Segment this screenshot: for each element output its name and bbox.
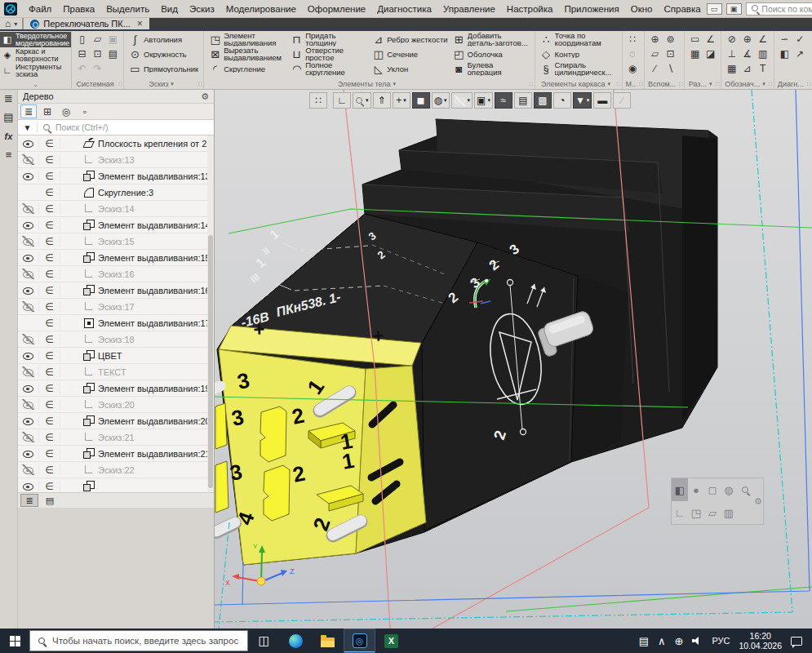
chevron-down-icon[interactable]: ▾ bbox=[393, 81, 396, 87]
eye-icon[interactable] bbox=[22, 481, 34, 491]
start-button[interactable] bbox=[0, 629, 29, 653]
ribbon-item[interactable]: ◠Полное скругление bbox=[288, 61, 370, 76]
undo-button[interactable]: ↶ bbox=[74, 61, 90, 76]
menu-item-12[interactable]: Справка bbox=[658, 4, 706, 14]
new-doc-button[interactable]: ▯ bbox=[74, 32, 90, 47]
menu-item-8[interactable]: Управление bbox=[437, 4, 501, 14]
diag-arrow-button[interactable]: ↗ bbox=[792, 47, 808, 61]
group-grip-icon[interactable]: ∷ bbox=[639, 81, 643, 88]
strip-tree-icon[interactable]: ≣ bbox=[4, 94, 13, 104]
chevron-down-icon[interactable]: ▾ bbox=[171, 81, 174, 87]
group-grip-icon[interactable]: ∷ bbox=[616, 81, 620, 88]
save-all-button[interactable]: ▤ bbox=[105, 47, 121, 61]
ribbon-item[interactable]: ◙Булева операция bbox=[450, 61, 532, 76]
chevron-down-icon[interactable]: ▾ bbox=[608, 81, 611, 87]
tree-row[interactable]: ∈Элемент выдавливания:19 bbox=[18, 380, 214, 397]
triad-button[interactable]: +▾ bbox=[393, 92, 410, 109]
eye-cell[interactable] bbox=[18, 366, 39, 377]
eye-cell[interactable] bbox=[18, 464, 39, 475]
menu-item-4[interactable]: Эскиз bbox=[184, 4, 220, 14]
eye-icon[interactable] bbox=[22, 285, 34, 295]
eye-off-button[interactable]: ▾ bbox=[451, 92, 473, 109]
redo-button[interactable]: ↷ bbox=[90, 61, 105, 76]
group-grip-icon[interactable]: ∷ bbox=[769, 81, 773, 88]
menu-item-5[interactable]: Моделирование bbox=[220, 4, 302, 14]
aux-slash-button[interactable]: ∖ bbox=[663, 61, 678, 76]
modes-collapse-icon[interactable]: ⌄ bbox=[0, 81, 71, 89]
print-button[interactable]: ⊟ bbox=[74, 47, 90, 61]
tree-row[interactable]: ∈Скругление:3 bbox=[18, 184, 214, 201]
ribbon-item[interactable]: ∫Автолиния bbox=[126, 32, 201, 47]
tree-row[interactable]: ∈Эскиз:21 bbox=[18, 429, 214, 446]
ribbon-item[interactable]: ∴Точка по координатам bbox=[538, 32, 619, 47]
array-point-button[interactable]: ◉ bbox=[625, 61, 641, 76]
ribbon-item[interactable]: ⊠Вырезать выдавливанием bbox=[206, 47, 288, 61]
ribbon-item[interactable]: ◺Уклон bbox=[370, 61, 450, 76]
tree-row[interactable]: ∈Элемент выдавливания:15 bbox=[18, 250, 214, 266]
tree-row[interactable]: ∈Элемент выдавливания:14 bbox=[18, 217, 214, 233]
nav-wcube-button[interactable]: ◻ bbox=[704, 478, 721, 501]
nav-cube-button[interactable]: ◧ bbox=[672, 478, 688, 501]
diag-check-button[interactable]: ✓ bbox=[792, 32, 808, 47]
eye-icon[interactable] bbox=[22, 220, 34, 230]
nav-measure-button[interactable]: ▥ bbox=[721, 501, 737, 524]
tree-scrollbar[interactable] bbox=[207, 135, 214, 492]
kompas-taskbar-button[interactable]: ◎ bbox=[344, 629, 375, 653]
menu-item-9[interactable]: Настройка bbox=[501, 4, 559, 14]
construction-line-cyan-left[interactable] bbox=[219, 522, 229, 629]
eye-hidden-icon[interactable] bbox=[22, 269, 34, 279]
tree-relations-button[interactable]: ⊞ bbox=[39, 104, 55, 118]
viewport-3d[interactable]: ∷∟▾⇑+▾◼◍▾▾▣▾≈▤▩◔▼▾▬∕ bbox=[215, 90, 812, 629]
tree-row[interactable]: ∈Эскиз:15 bbox=[18, 233, 214, 250]
eye-cell[interactable] bbox=[18, 448, 39, 459]
aux-line-button[interactable]: ∕ bbox=[647, 61, 663, 76]
tree-row[interactable]: ∈Элемент выдавливания:13 bbox=[18, 168, 214, 184]
eye-hidden-icon[interactable] bbox=[22, 366, 34, 377]
strip-props-icon[interactable]: ▤ bbox=[3, 113, 13, 122]
eye-hidden-icon[interactable] bbox=[22, 203, 34, 214]
vfilter-button[interactable]: ▼▾ bbox=[573, 92, 592, 109]
ribbon-item[interactable]: ◰Оболочка bbox=[450, 47, 532, 61]
excel-taskbar-button[interactable]: X bbox=[375, 629, 407, 653]
save-button[interactable]: ▣ bbox=[105, 32, 121, 47]
des-pyramid-button[interactable]: ⊿ bbox=[739, 61, 755, 76]
menu-item-0[interactable]: Файл bbox=[23, 4, 57, 14]
eye-cell[interactable] bbox=[18, 415, 39, 426]
camera-button[interactable]: ▣▾ bbox=[474, 92, 493, 109]
mode-1[interactable]: ◈Каркас и поверхности bbox=[0, 47, 71, 63]
scrollbar-thumb[interactable] bbox=[208, 235, 213, 488]
tree-row[interactable]: ∈Эскиз:13 bbox=[18, 152, 214, 168]
home-button[interactable]: ⌂ ▾ bbox=[0, 18, 24, 29]
eye-hidden-icon[interactable] bbox=[22, 301, 34, 312]
preview-button[interactable]: ⊡ bbox=[90, 47, 105, 61]
tree-row[interactable]: ∈Элемент выдавливания:17 bbox=[18, 315, 214, 331]
ribbon-item[interactable]: ⊞Добавить деталь-заготов... bbox=[450, 32, 532, 47]
switch-model[interactable]: ПКн538. 1- -16В 2 1II1III323232++3334221… bbox=[215, 119, 717, 565]
array-circle-button[interactable]: ◌ bbox=[625, 47, 641, 61]
tree-row[interactable]: ∈Эскиз:14 bbox=[18, 201, 214, 217]
eye-cell[interactable] bbox=[18, 383, 39, 393]
group-grip-icon[interactable]: ∷ bbox=[198, 81, 202, 88]
film-button[interactable]: ▤ bbox=[514, 92, 532, 109]
chevron-down-icon[interactable]: ▾ bbox=[709, 81, 712, 87]
dropper-button[interactable]: ∕ bbox=[613, 92, 631, 109]
tree-row[interactable]: ∈Элемент выдавливания:21 bbox=[18, 446, 214, 462]
eye-cell[interactable] bbox=[18, 220, 39, 230]
ribbon-item[interactable]: ⊔Отверстие простое bbox=[288, 47, 370, 61]
des-angle-button[interactable]: ∡ bbox=[739, 47, 755, 61]
ribbon-item[interactable]: §Спираль цилиндрическ... bbox=[538, 61, 619, 76]
menu-item-6[interactable]: Оформление bbox=[302, 4, 371, 14]
des-target-button[interactable]: ⊕ bbox=[739, 32, 755, 47]
diag-shape-button[interactable]: ◧ bbox=[777, 47, 792, 61]
layout-icon[interactable]: ▭ bbox=[707, 3, 722, 15]
eye-hidden-icon[interactable] bbox=[22, 334, 34, 344]
explorer-taskbar-button[interactable] bbox=[312, 629, 344, 653]
eye-icon[interactable] bbox=[22, 171, 34, 181]
cube-button[interactable]: ◼ bbox=[412, 92, 430, 109]
eye-hidden-icon[interactable] bbox=[22, 464, 34, 475]
aux-camera-button[interactable]: ⊡ bbox=[663, 47, 678, 61]
eye-icon[interactable] bbox=[22, 252, 34, 263]
tree-row[interactable]: ∈Эскиз:20 bbox=[18, 397, 214, 413]
ribbon-item[interactable]: ⊓Придать толщину bbox=[288, 32, 370, 47]
ribbon-item[interactable]: ◜Скругление bbox=[206, 61, 288, 76]
